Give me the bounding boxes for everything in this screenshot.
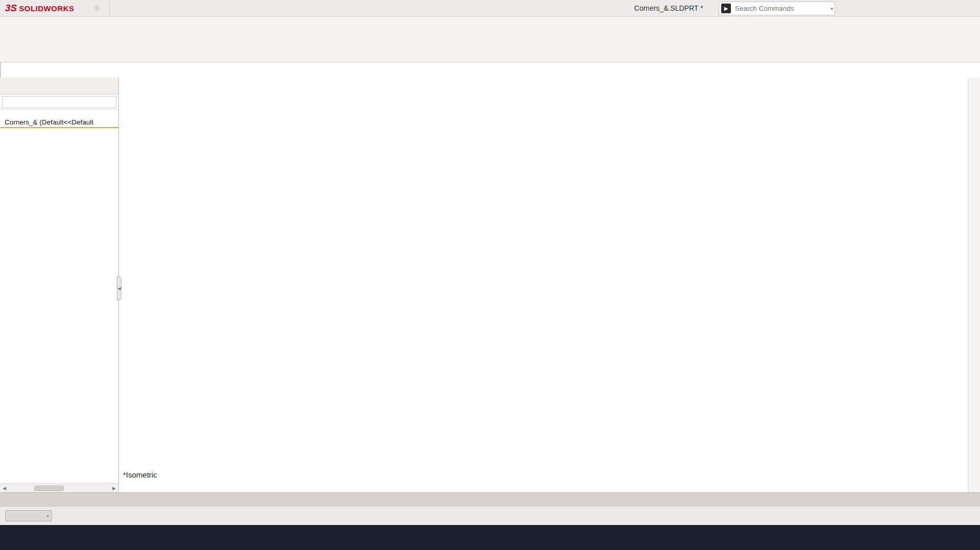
pin-icon[interactable]: ☉: [94, 4, 101, 12]
search-input[interactable]: [734, 4, 830, 13]
motion-study-combo: ▾: [5, 510, 52, 521]
tree-filter-row: [0, 94, 118, 110]
search-commands-box[interactable]: ▶ ▾: [719, 2, 835, 15]
view-orientation-label: *Isometric: [123, 470, 157, 479]
scrollbar-thumb[interactable]: [34, 485, 64, 491]
solidworks-logo: 3S SOLIDWORKS: [5, 3, 75, 14]
document-title: Corners_&.SLDPRT *: [602, 0, 735, 17]
tree-root-label: Corners_& (Default<<Default: [5, 118, 93, 126]
scroll-right-icon[interactable]: ▶: [110, 486, 118, 491]
main-area: Corners_& (Default<<Default ◀ ▶ *Isometr…: [0, 78, 980, 492]
motion-manager-strip: ▾: [0, 507, 980, 525]
windows-taskbar: [0, 525, 980, 550]
feature-manager-panel: Corners_& (Default<<Default ◀ ▶: [0, 78, 119, 492]
search-caret-icon[interactable]: ▾: [830, 6, 833, 11]
solidworks-window: 3S SOLIDWORKS ☉ Corners_&.SLDPRT * ▶ ▾: [0, 0, 980, 550]
ribbon-tabs: [0, 62, 1, 78]
brand-name: SOLIDWORKS: [19, 4, 74, 13]
model-tabs-bar: [0, 492, 980, 507]
tree-horizontal-scrollbar[interactable]: ◀ ▶: [0, 483, 118, 492]
tree-root-item[interactable]: Corners_& (Default<<Default: [0, 117, 118, 128]
title-bar: 3S SOLIDWORKS ☉ Corners_&.SLDPRT * ▶ ▾: [0, 0, 980, 17]
search-logo-icon: ▶: [721, 4, 731, 13]
scroll-left-icon[interactable]: ◀: [0, 486, 9, 491]
panel-splitter-handle[interactable]: ◀: [117, 277, 121, 300]
toolbar-separator: [109, 2, 110, 15]
ribbon-tab-row: [0, 62, 980, 78]
tree-filter-input[interactable]: [2, 96, 116, 108]
flat-pattern-part[interactable]: [119, 78, 980, 492]
task-pane-strip: [968, 78, 980, 492]
brand-mark: 3S: [5, 3, 17, 14]
feature-manager-tabs: [0, 78, 118, 94]
ribbon: [0, 17, 980, 62]
graphics-viewport[interactable]: *Isometric: [119, 78, 980, 492]
